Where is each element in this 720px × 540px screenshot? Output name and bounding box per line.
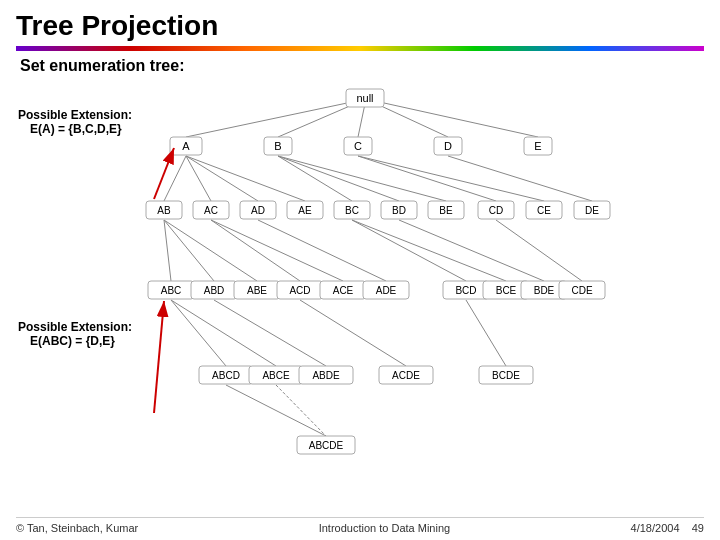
node-ABDE: ABDE xyxy=(312,370,340,381)
node-ACE: ACE xyxy=(333,285,354,296)
svg-line-28 xyxy=(300,300,406,366)
svg-line-23 xyxy=(399,220,544,281)
node-null: null xyxy=(356,92,373,104)
svg-line-6 xyxy=(186,156,211,201)
footer: © Tan, Steinbach, Kumar Introduction to … xyxy=(16,517,704,534)
node-E: E xyxy=(534,140,541,152)
svg-line-30 xyxy=(226,385,326,436)
svg-line-4 xyxy=(366,99,538,137)
svg-line-7 xyxy=(186,156,258,201)
node-BD: BD xyxy=(392,205,406,216)
svg-line-65 xyxy=(154,148,174,199)
node-CDE: CDE xyxy=(571,285,592,296)
node-ABCD: ABCD xyxy=(212,370,240,381)
node-C: C xyxy=(354,140,362,152)
svg-line-29 xyxy=(466,300,506,366)
node-AD: AD xyxy=(251,205,265,216)
node-CE: CE xyxy=(537,205,551,216)
footer-right: 4/18/2004 49 xyxy=(631,522,704,534)
svg-line-11 xyxy=(278,156,446,201)
svg-line-21 xyxy=(352,220,466,281)
tree-svg: null A B C D E AB AC AD AE BC BD xyxy=(16,79,704,479)
subtitle: Set enumeration tree: xyxy=(20,57,704,75)
node-BCDE: BCDE xyxy=(492,370,520,381)
node-DE: DE xyxy=(585,205,599,216)
node-BC: BC xyxy=(345,205,359,216)
node-AC: AC xyxy=(204,205,218,216)
node-AE: AE xyxy=(298,205,312,216)
node-BDE: BDE xyxy=(534,285,555,296)
svg-line-22 xyxy=(352,220,506,281)
svg-line-10 xyxy=(278,156,399,201)
divider xyxy=(16,46,704,51)
svg-line-66 xyxy=(154,301,164,413)
node-CD: CD xyxy=(489,205,503,216)
node-ABC: ABC xyxy=(161,285,182,296)
svg-line-18 xyxy=(211,220,300,281)
svg-line-17 xyxy=(164,220,257,281)
page: Tree Projection Set enumeration tree: Po… xyxy=(0,0,720,540)
node-ADE: ADE xyxy=(376,285,397,296)
footer-center: Introduction to Data Mining xyxy=(319,522,450,534)
page-title: Tree Projection xyxy=(16,10,704,42)
svg-line-27 xyxy=(214,300,326,366)
node-BCE: BCE xyxy=(496,285,517,296)
svg-line-0 xyxy=(186,99,366,137)
svg-line-25 xyxy=(171,300,226,366)
node-ABCDE: ABCDE xyxy=(309,440,344,451)
footer-left: © Tan, Steinbach, Kumar xyxy=(16,522,138,534)
svg-line-31 xyxy=(276,385,326,436)
node-D: D xyxy=(444,140,452,152)
node-AB: AB xyxy=(157,205,171,216)
svg-line-13 xyxy=(358,156,544,201)
node-BE: BE xyxy=(439,205,453,216)
node-ABE: ABE xyxy=(247,285,267,296)
node-ABD: ABD xyxy=(204,285,225,296)
svg-line-16 xyxy=(164,220,214,281)
node-ACDE: ACDE xyxy=(392,370,420,381)
svg-line-8 xyxy=(186,156,305,201)
svg-line-26 xyxy=(171,300,276,366)
node-A: A xyxy=(182,140,190,152)
svg-line-14 xyxy=(448,156,592,201)
tree-diagram: null A B C D E AB AC AD AE BC BD xyxy=(16,79,704,479)
node-ACD: ACD xyxy=(289,285,310,296)
node-ABCE: ABCE xyxy=(262,370,290,381)
svg-line-9 xyxy=(278,156,352,201)
svg-line-24 xyxy=(496,220,582,281)
svg-line-12 xyxy=(358,156,496,201)
node-B: B xyxy=(274,140,281,152)
svg-line-15 xyxy=(164,220,171,281)
node-BCD: BCD xyxy=(455,285,476,296)
